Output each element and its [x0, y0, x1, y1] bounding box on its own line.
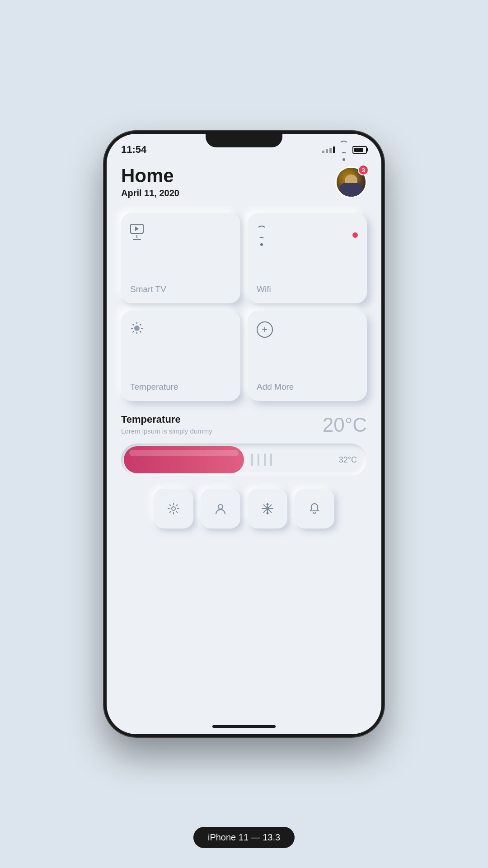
wifi-icon-wrap [257, 224, 358, 246]
slider-marks [244, 453, 279, 466]
gear-icon [167, 502, 180, 515]
temperature-card[interactable]: Temperature [121, 311, 240, 401]
svg-line-6 [140, 331, 141, 333]
svg-point-10 [218, 505, 223, 509]
temperature-subtitle: Lorem ipsum is simply dummy [121, 427, 212, 435]
add-more-icon-wrap: + [257, 321, 358, 338]
device-label: iPhone 11 — 13.3 [193, 827, 295, 848]
slider-fill [124, 446, 244, 473]
wifi-card[interactable]: Wifi [248, 213, 367, 303]
svg-line-5 [133, 324, 134, 326]
temperature-slider[interactable]: 32°C [121, 443, 367, 476]
home-indicator [212, 725, 276, 728]
avatar-wrap[interactable]: 3 [335, 166, 367, 198]
svg-line-18 [267, 512, 268, 513]
bottom-nav [121, 487, 367, 528]
temperature-header: Temperature Lorem ipsum is simply dummy … [121, 414, 367, 436]
svg-point-0 [135, 326, 139, 330]
person-icon [214, 502, 227, 515]
plus-circle-icon: + [257, 321, 273, 338]
sun-icon [130, 321, 144, 335]
phone-screen: 11:54 Home April [107, 134, 381, 734]
add-more-card[interactable]: + Add More [248, 311, 367, 401]
svg-line-7 [140, 324, 141, 326]
signal-icon [322, 146, 335, 153]
wifi-active-indicator [352, 232, 358, 238]
slider-end-label: 32°C [339, 455, 364, 465]
notch [206, 131, 282, 147]
svg-line-16 [267, 504, 268, 505]
slider-mark [264, 453, 266, 466]
add-more-label: Add More [257, 382, 358, 392]
tv-stand [136, 235, 137, 238]
status-icons [322, 139, 367, 161]
battery-icon [352, 146, 367, 154]
settings-button[interactable] [154, 489, 193, 528]
smart-tv-card[interactable]: Smart TV [121, 213, 240, 303]
wifi-status-icon [339, 141, 349, 161]
bell-icon [308, 502, 321, 515]
svg-point-9 [172, 507, 175, 510]
wifi-label: Wifi [257, 284, 358, 294]
profile-button[interactable] [201, 489, 240, 528]
temperature-current-value: 20°C [323, 414, 367, 436]
content-area: Home April 11, 2020 3 [107, 159, 381, 721]
header-date: April 11, 2020 [121, 188, 179, 198]
notification-badge: 3 [358, 165, 369, 175]
slider-mark [270, 453, 272, 466]
page-title: Home [121, 166, 179, 185]
header-text: Home April 11, 2020 [121, 166, 179, 198]
snow-button[interactable] [248, 489, 287, 528]
battery-fill [354, 148, 363, 152]
snowflake-icon [261, 502, 274, 515]
smart-tv-icon-wrap [130, 224, 231, 240]
notifications-button[interactable] [295, 489, 334, 528]
tv-base [133, 239, 141, 240]
temperature-section: Temperature Lorem ipsum is simply dummy … [121, 414, 367, 476]
wifi-card-icon [257, 226, 267, 246]
temperature-title: Temperature [121, 414, 212, 425]
temperature-info: Temperature Lorem ipsum is simply dummy [121, 414, 212, 435]
smart-tv-label: Smart TV [130, 284, 231, 294]
status-time: 11:54 [121, 144, 146, 156]
temperature-card-label: Temperature [130, 382, 231, 392]
header: Home April 11, 2020 3 [121, 166, 367, 198]
tv-screen [130, 224, 144, 234]
device-grid: Smart TV Wifi [121, 213, 367, 401]
slider-mark [258, 453, 259, 466]
tv-icon [130, 224, 144, 240]
temperature-icon-wrap [130, 321, 231, 335]
slider-mark [251, 453, 253, 466]
svg-line-8 [133, 331, 134, 333]
phone-frame: 11:54 Home April [104, 131, 384, 737]
tv-play-icon [135, 226, 139, 231]
